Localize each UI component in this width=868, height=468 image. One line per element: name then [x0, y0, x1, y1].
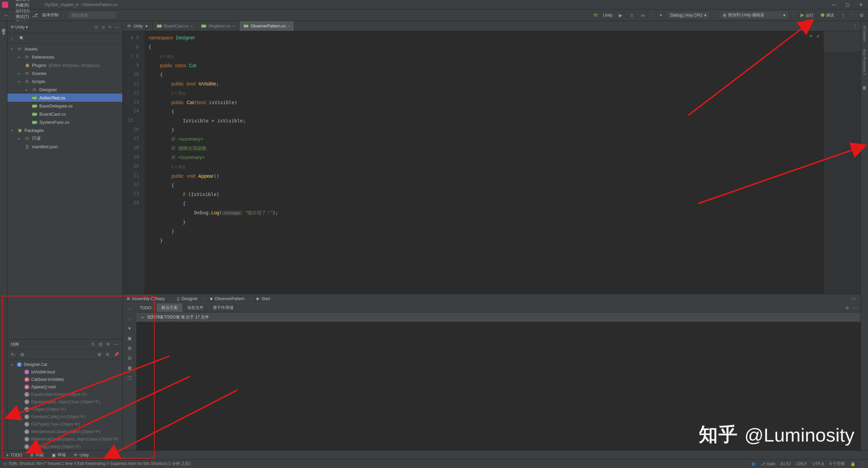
gear-icon[interactable]: ✳ — [108, 25, 112, 30]
right-tool-button[interactable]: 数据库 — [862, 81, 867, 85]
explorer-tool-button[interactable]: 资源管理器 — [1, 24, 6, 28]
editor-tab[interactable]: C#BoardCast.cs× — [153, 21, 197, 31]
structure-node[interactable]: mCat(bool isVisible) — [7, 376, 122, 383]
config-dropdown[interactable]: Debug | Any CPU▾ — [668, 12, 709, 18]
play-icon[interactable]: ▶ — [617, 13, 624, 18]
right-tool-button[interactable]: Key Promoter X — [863, 47, 867, 78]
minimize-icon[interactable]: ― — [831, 2, 836, 7]
struct-collapse-icon[interactable]: ⊟ — [106, 352, 109, 357]
tree-node[interactable]: C#ActionTest.cs — [7, 94, 122, 102]
bookmark-icon[interactable]: ■ — [2, 31, 5, 36]
scope-dropdown[interactable]: ⟳ Unity ▾ — [123, 21, 153, 31]
target-icon[interactable]: ⌖ — [658, 12, 664, 18]
editor-tab[interactable]: C#ObserverPattern.cs× — [239, 21, 294, 31]
bp-up-icon[interactable]: ↑ — [129, 306, 131, 311]
hammer-icon[interactable]: ⚒ — [592, 13, 599, 18]
code-minimap[interactable] — [823, 31, 861, 294]
tree-node[interactable]: C#SystemFunc.cs — [7, 118, 122, 126]
run-button[interactable]: ▶ 运行 — [799, 12, 815, 18]
tree-home-icon[interactable]: ⌂ — [11, 36, 13, 41]
inspection-eye-icon[interactable]: 👁 — [809, 34, 813, 39]
todo-scope-tab[interactable]: 当前文件 — [182, 304, 208, 312]
debug-button[interactable]: ⬢ 调试 — [819, 12, 835, 18]
bp-preview-icon[interactable]: ▣ — [127, 336, 132, 341]
hide-panel-icon[interactable]: — — [115, 25, 119, 30]
structure-node[interactable]: ○GetType():Type (Object 中) — [7, 421, 122, 428]
toolwindow-button[interactable]: ⊘问题 — [27, 451, 47, 459]
tab-close-icon[interactable]: × — [288, 24, 290, 28]
bp-collapse-icon[interactable]: ⊟ — [128, 355, 132, 360]
todo-scope-tab[interactable]: 解决方案 — [157, 304, 182, 312]
structure-node[interactable]: ○Equals(object):bool (Object 中) — [7, 391, 122, 398]
structure-node[interactable]: mAppear():void — [7, 383, 122, 391]
bp-down-icon[interactable]: ↓ — [129, 316, 131, 321]
struct-az-icon[interactable]: A↓ — [11, 352, 16, 357]
breadcrumb-item[interactable]: ◆ObserverPattern — [210, 296, 244, 301]
tree-node[interactable]: {}manifest.json — [7, 142, 122, 151]
breadcrumb-item[interactable]: {}Designer — [177, 296, 198, 301]
toolwindow-button[interactable]: ≡TODO — [3, 451, 25, 459]
unity-scope-dropdown[interactable]: ⟳ Unity ▾ — [11, 25, 28, 30]
line-ending[interactable]: CRLF — [796, 462, 807, 466]
settings-icon[interactable]: ⚙ — [858, 13, 865, 18]
git-branch[interactable]: ⎇ main — [761, 462, 775, 466]
structure-node[interactable]: ○GetHashCode():int (Object 中) — [7, 413, 122, 421]
todo-scope-tab[interactable]: 基于作用域 — [208, 304, 238, 312]
toolwindow-button[interactable]: ⟳Unity — [71, 451, 92, 459]
structure-node[interactable]: fIsVisible:bool — [7, 368, 122, 376]
struct-gear-icon[interactable]: ⚙ — [106, 342, 111, 347]
tabs-more-icon[interactable]: ⋮ — [853, 24, 857, 28]
maximize-icon[interactable]: ▢ — [845, 2, 850, 7]
right-tool-button[interactable]: AI Viewer — [863, 24, 867, 44]
struct-expand-icon[interactable]: ⊞ — [98, 352, 101, 357]
bp-filter-icon[interactable]: ▼ — [127, 326, 132, 331]
menu-item[interactable]: 构建(B) — [12, 2, 34, 8]
encoding[interactable]: UTF-8 — [812, 462, 824, 466]
breadcrumb-item[interactable]: ⊞Assembly-CSharp — [127, 296, 165, 301]
bp-group-icon[interactable]: ▦ — [127, 365, 132, 370]
struct-filter-icon[interactable]: ▤ — [98, 342, 103, 347]
structure-node[interactable]: ○ToString():string (Object 中) — [7, 443, 122, 450]
step-icon[interactable]: ⏭ — [639, 13, 647, 18]
tab-close-icon[interactable]: × — [191, 24, 193, 28]
struct-tree-icon[interactable]: ▤ — [20, 352, 24, 357]
tree-node[interactable]: ▸🗀Scenes — [7, 69, 122, 77]
nav-markers-icon[interactable]: ⫶⫶⫶ — [850, 296, 856, 301]
bp-gear-icon[interactable]: ⚙ — [845, 306, 849, 310]
editor-tab[interactable]: C#Singleton.cs× — [197, 21, 239, 31]
tree-node[interactable]: ▾🗀Scripts — [7, 77, 122, 85]
bp-expand-icon[interactable]: ⊞ — [128, 346, 132, 351]
tree-node[interactable]: ▸🗀References — [7, 53, 122, 61]
indent[interactable]: 4 个空格 — [829, 461, 845, 467]
search-input[interactable] — [68, 12, 116, 19]
tree-node[interactable]: C#BaseDelegate.cs — [7, 102, 122, 110]
structure-node[interactable]: ○~Object (Object 中) — [7, 406, 122, 413]
tree-node[interactable]: ▾▣Packages — [7, 126, 122, 134]
structure-node[interactable]: ○MemberwiseClone():object (Object 中) — [7, 428, 122, 435]
bp-hide-icon[interactable]: — — [853, 306, 857, 310]
structure-node[interactable]: ▾CDesigner.Cat — [7, 361, 122, 368]
structure-node[interactable]: ○Equals(object, object):bool (Object 中) — [7, 398, 122, 406]
toolwindow-button[interactable]: ▣终端 — [48, 451, 69, 459]
mem-indicator-icon[interactable]: ⬚ — [861, 462, 865, 466]
select-open-icon[interactable]: ⊙ — [95, 25, 98, 30]
tree-node[interactable]: ▸🗀Designer — [7, 85, 122, 94]
lock-icon[interactable]: 🔒 — [850, 462, 855, 466]
attach-dropdown[interactable]: ⊕ 附加到 Unity 编辑器▾ — [720, 12, 788, 19]
nav-back-icon[interactable]: ← — [3, 13, 10, 18]
more-icon[interactable]: ⋮ — [840, 13, 847, 18]
breadcrumb-item[interactable]: ▶Start — [257, 296, 270, 301]
tree-node[interactable]: ▾🗀Assets — [7, 45, 122, 53]
tree-search-icon[interactable]: 🔍 — [19, 36, 24, 41]
structure-node[interactable]: ○ReferenceEquals(object, object):bool (O… — [7, 435, 122, 443]
vcs-icon[interactable]: ⎇ — [31, 13, 39, 18]
struct-hide-icon[interactable]: — — [114, 342, 119, 347]
close-icon[interactable]: ✕ — [859, 2, 863, 7]
bp-blank-icon[interactable]: ▢ — [127, 375, 132, 380]
tree-node[interactable]: ▣Plugins (Editor-firstpass, firstpass) — [7, 61, 122, 69]
struct-sort-icon[interactable]: ⇅ — [91, 342, 95, 347]
nav-fwd-icon[interactable]: → — [14, 13, 21, 18]
tree-node[interactable]: ▸🗀只读 — [7, 134, 122, 142]
expand-all-icon[interactable]: ⇲ — [101, 25, 105, 30]
todo-summary-row[interactable]: ▸ 找到78条TODO项 项 位于 17 文件 — [136, 312, 861, 322]
